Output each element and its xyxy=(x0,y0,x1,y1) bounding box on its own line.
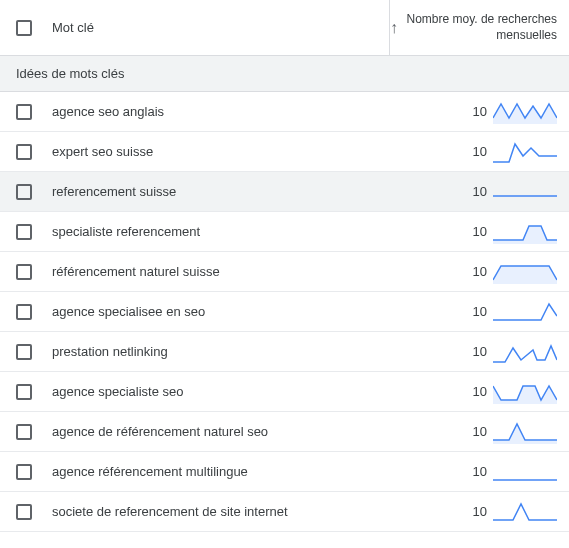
keyword-cell: agence specialisee en seo xyxy=(48,304,389,319)
row-checkbox[interactable] xyxy=(16,384,32,400)
svg-marker-4 xyxy=(493,424,557,444)
searches-value: 10 xyxy=(473,144,487,159)
searches-cell: 10 xyxy=(389,412,569,451)
table-row[interactable]: expert seo suisse10 xyxy=(0,132,569,172)
searches-value: 10 xyxy=(473,104,487,119)
group-header-keyword-ideas: Idées de mots clés xyxy=(0,56,569,92)
table-row[interactable]: referencement suisse10 xyxy=(0,172,569,212)
searches-value: 10 xyxy=(473,424,487,439)
table-row[interactable]: agence specialisee en seo10 xyxy=(0,292,569,332)
searches-cell: 10 xyxy=(389,452,569,491)
table-row[interactable]: agence de référencement naturel seo10 xyxy=(0,412,569,452)
sort-arrow-up-icon: ↑ xyxy=(390,19,398,37)
row-checkbox-cell xyxy=(0,344,48,360)
row-checkbox[interactable] xyxy=(16,184,32,200)
keyword-cell: expert seo suisse xyxy=(48,144,389,159)
column-header-searches[interactable]: ↑ Nombre moy. de recherches mensuelles xyxy=(389,0,569,55)
searches-cell: 10 xyxy=(389,372,569,411)
searches-value: 10 xyxy=(473,224,487,239)
keyword-cell: agence référencement multilingue xyxy=(48,464,389,479)
sparkline-chart xyxy=(493,180,557,204)
keyword-cell: agence de référencement naturel seo xyxy=(48,424,389,439)
row-checkbox-cell xyxy=(0,384,48,400)
row-checkbox[interactable] xyxy=(16,144,32,160)
row-checkbox[interactable] xyxy=(16,504,32,520)
sparkline-chart xyxy=(493,140,557,164)
row-checkbox[interactable] xyxy=(16,104,32,120)
sparkline-chart xyxy=(493,340,557,364)
column-header-searches-label: Nombre moy. de recherches mensuelles xyxy=(406,12,557,43)
row-checkbox-cell xyxy=(0,464,48,480)
searches-cell: 10 xyxy=(389,132,569,171)
sparkline-chart xyxy=(493,460,557,484)
keyword-cell: agence seo anglais xyxy=(48,104,389,119)
searches-cell: 10 xyxy=(389,172,569,211)
table-header-row: Mot clé ↑ Nombre moy. de recherches mens… xyxy=(0,0,569,56)
row-checkbox[interactable] xyxy=(16,264,32,280)
searches-value: 10 xyxy=(473,504,487,519)
keyword-cell: référencement naturel suisse xyxy=(48,264,389,279)
searches-cell: 10 xyxy=(389,92,569,131)
sparkline-chart xyxy=(493,500,557,524)
sparkline-chart xyxy=(493,420,557,444)
row-checkbox[interactable] xyxy=(16,344,32,360)
keyword-cell: referencement suisse xyxy=(48,184,389,199)
searches-cell: 10 xyxy=(389,292,569,331)
sparkline-chart xyxy=(493,100,557,124)
searches-cell: 10 xyxy=(389,492,569,531)
row-checkbox-cell xyxy=(0,104,48,120)
searches-value: 10 xyxy=(473,384,487,399)
table-body: agence seo anglais10expert seo suisse10r… xyxy=(0,92,569,532)
table-row[interactable]: societe de referencement de site interne… xyxy=(0,492,569,532)
select-all-checkbox[interactable] xyxy=(16,20,32,36)
searches-value: 10 xyxy=(473,304,487,319)
column-header-keyword[interactable]: Mot clé xyxy=(48,20,389,35)
searches-cell: 10 xyxy=(389,332,569,371)
row-checkbox-cell xyxy=(0,264,48,280)
sparkline-chart xyxy=(493,220,557,244)
searches-value: 10 xyxy=(473,264,487,279)
sparkline-chart xyxy=(493,260,557,284)
searches-value: 10 xyxy=(473,344,487,359)
table-row[interactable]: agence référencement multilingue10 xyxy=(0,452,569,492)
row-checkbox[interactable] xyxy=(16,304,32,320)
keyword-cell: prestation netlinking xyxy=(48,344,389,359)
row-checkbox[interactable] xyxy=(16,224,32,240)
keyword-cell: specialiste referencement xyxy=(48,224,389,239)
row-checkbox-cell xyxy=(0,184,48,200)
sparkline-chart xyxy=(493,300,557,324)
searches-value: 10 xyxy=(473,184,487,199)
table-row[interactable]: référencement naturel suisse10 xyxy=(0,252,569,292)
table-row[interactable]: specialiste referencement10 xyxy=(0,212,569,252)
row-checkbox-cell xyxy=(0,224,48,240)
table-row[interactable]: agence seo anglais10 xyxy=(0,92,569,132)
row-checkbox-cell xyxy=(0,504,48,520)
svg-marker-2 xyxy=(493,266,557,284)
keyword-cell: societe de referencement de site interne… xyxy=(48,504,389,519)
table-row[interactable]: agence specialiste seo10 xyxy=(0,372,569,412)
row-checkbox-cell xyxy=(0,304,48,320)
table-row[interactable]: prestation netlinking10 xyxy=(0,332,569,372)
header-checkbox-cell xyxy=(0,20,48,36)
row-checkbox-cell xyxy=(0,424,48,440)
keyword-cell: agence specialiste seo xyxy=(48,384,389,399)
searches-cell: 10 xyxy=(389,212,569,251)
searches-cell: 10 xyxy=(389,252,569,291)
row-checkbox[interactable] xyxy=(16,424,32,440)
row-checkbox[interactable] xyxy=(16,464,32,480)
searches-value: 10 xyxy=(473,464,487,479)
sparkline-chart xyxy=(493,380,557,404)
row-checkbox-cell xyxy=(0,144,48,160)
